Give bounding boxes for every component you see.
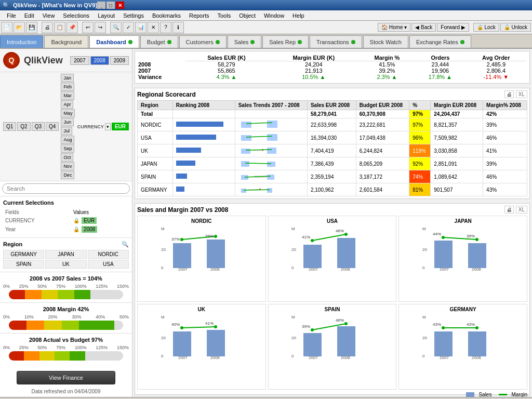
menu-tools[interactable]: Tools xyxy=(213,11,235,20)
toolbar-save[interactable]: 💾 xyxy=(26,22,37,33)
toolbar-copy[interactable]: 📋 xyxy=(54,22,65,33)
tab-transactions[interactable]: Transactions xyxy=(310,35,362,48)
region-uk[interactable]: UK xyxy=(45,260,86,269)
svg-text:2007: 2007 xyxy=(440,355,449,360)
svg-text:2007: 2007 xyxy=(178,355,188,360)
scorecard-header: Regional Scorecard 🖨 XL xyxy=(137,90,527,98)
kpi-orders-variance: 17.8% ▲ xyxy=(415,74,466,80)
region-search-icon[interactable]: 🔍 xyxy=(122,241,129,248)
toolbar-paste[interactable]: 📌 xyxy=(66,22,78,33)
svg-text:2008: 2008 xyxy=(341,267,350,272)
tab-salesrep[interactable]: Sales Rep xyxy=(262,35,309,48)
sc-uk-ranking xyxy=(172,144,235,157)
svg-text:20: 20 xyxy=(161,336,166,340)
menu-object[interactable]: Object xyxy=(235,11,260,20)
quarter-q4-button[interactable]: Q4 xyxy=(46,122,59,131)
sc-japan-marginpct: 39% xyxy=(483,157,527,170)
year-2008-button[interactable]: 2008 xyxy=(90,56,109,65)
menu-bookmarks[interactable]: Bookmarks xyxy=(148,11,185,20)
search-input[interactable] xyxy=(2,183,130,194)
month-feb-button[interactable]: Feb xyxy=(61,83,74,91)
month-aug-button[interactable]: Aug xyxy=(61,136,74,144)
svg-text:0: 0 xyxy=(422,265,425,270)
minimize-button[interactable]: _ xyxy=(97,2,105,9)
menu-file[interactable]: File xyxy=(3,11,20,20)
tab-background[interactable]: Background xyxy=(44,35,88,48)
svg-text:20: 20 xyxy=(161,247,166,252)
year-2009-button[interactable]: 2009 xyxy=(110,56,129,65)
month-nov-button[interactable]: Nov xyxy=(61,162,74,170)
svg-text:2008: 2008 xyxy=(472,355,481,360)
title-bar: 🔍 QlikView - [What's New in QV9] _ □ ✕ xyxy=(0,0,532,10)
cs-row-year: Year 🔒 2008 xyxy=(4,225,128,233)
menu-help[interactable]: Help xyxy=(288,11,309,20)
toolbar-lock-button[interactable]: 🔒 Lock xyxy=(473,23,499,32)
tab-sales[interactable]: Sales xyxy=(228,35,262,48)
region-nordic[interactable]: NORDIC xyxy=(88,250,129,259)
toolbar-unlock-button[interactable]: 🔓 Unlock xyxy=(500,23,531,32)
toolbar-undo[interactable]: ↩ xyxy=(82,22,94,33)
toolbar-info[interactable]: ℹ xyxy=(172,22,184,33)
maximize-button[interactable]: □ xyxy=(107,2,115,9)
chart-nordic-svg: M 20 0 37% 39% 2007 2008 xyxy=(160,225,243,272)
toolbar-select[interactable]: ✓ xyxy=(123,22,134,33)
month-dec-button[interactable]: Dec xyxy=(61,171,74,179)
menu-layout[interactable]: Layout xyxy=(94,11,119,20)
sc-header-trends: Sales Trends 2007 - 2008 xyxy=(235,101,307,110)
menu-reports[interactable]: Reports xyxy=(185,11,214,20)
tab-budget[interactable]: Budget xyxy=(140,35,178,48)
svg-point-35 xyxy=(214,235,217,238)
toolbar-forward-button[interactable]: Forward ▶ xyxy=(437,23,469,32)
menu-settings[interactable]: Settings xyxy=(119,11,148,20)
toolbar-help[interactable]: ? xyxy=(160,22,171,33)
kpi-sales-variance: 4.3% ▲ xyxy=(185,74,268,80)
menu-selections[interactable]: Selections xyxy=(59,11,94,20)
month-may-button[interactable]: May xyxy=(61,109,75,117)
svg-rect-68 xyxy=(207,330,225,356)
charts-print-icon[interactable]: 🖨 xyxy=(504,206,514,214)
quarter-q2-button[interactable]: Q2 xyxy=(17,122,30,131)
toolbar-search[interactable]: 🔍 xyxy=(110,22,122,33)
currency-dropdown[interactable]: ▾ xyxy=(105,123,111,130)
charts-xl-button[interactable]: XL xyxy=(516,206,527,214)
toolbar-clear[interactable]: ✕ xyxy=(148,22,159,33)
month-apr-button[interactable]: Apr xyxy=(61,100,73,109)
tab-introduction[interactable]: Introduction xyxy=(0,35,43,48)
tab-exchangerates[interactable]: Exchange Rates xyxy=(409,35,471,48)
month-jan-button[interactable]: Jan xyxy=(61,74,74,82)
menu-view[interactable]: View xyxy=(38,11,59,20)
quarter-q1-button[interactable]: Q1 xyxy=(3,122,16,131)
legend-sales-icon xyxy=(466,392,474,397)
toolbar-chart[interactable]: 📊 xyxy=(135,22,147,33)
month-sep-button[interactable]: Sep xyxy=(61,144,74,153)
toolbar-redo[interactable]: ↪ xyxy=(95,22,106,33)
scorecard-print-icon[interactable]: 🖨 xyxy=(504,90,514,98)
region-japan[interactable]: JAPAN xyxy=(45,250,86,259)
menu-edit[interactable]: Edit xyxy=(20,11,38,20)
month-oct-button[interactable]: Oct xyxy=(61,153,73,162)
month-jun-button[interactable]: Jun xyxy=(61,118,74,126)
view-finance-button[interactable]: View Finance xyxy=(17,371,115,384)
toolbar-open[interactable]: 📂 xyxy=(14,22,25,33)
tab-stockwatch[interactable]: Stock Watch xyxy=(363,35,408,48)
region-germany[interactable]: GERMANY xyxy=(3,250,44,259)
kpi-marginpct-2007: 39.2% xyxy=(360,68,415,74)
quarter-q3-button[interactable]: Q3 xyxy=(32,122,45,131)
month-jul-button[interactable]: Jul xyxy=(61,127,72,135)
qlikview-logo: Q xyxy=(3,52,20,69)
region-spain[interactable]: SPAIN xyxy=(3,260,44,269)
sc-germany-region: GERMANY xyxy=(138,183,173,196)
month-mar-button[interactable]: Mar xyxy=(61,91,74,100)
toolbar-back-button[interactable]: ◀ Back xyxy=(411,23,436,32)
menu-window[interactable]: Window xyxy=(260,11,288,20)
toolbar-print[interactable]: 🖨 xyxy=(42,22,53,33)
tab-dashboard[interactable]: Dashboard xyxy=(89,35,139,48)
scorecard-xl-button[interactable]: XL xyxy=(516,90,527,98)
year-2007-button[interactable]: 2007 xyxy=(70,56,89,65)
close-button[interactable]: ✕ xyxy=(116,2,124,9)
toolbar-new[interactable]: 📄 xyxy=(1,22,12,33)
tab-customers[interactable]: Customers xyxy=(179,35,227,48)
region-usa[interactable]: USA xyxy=(88,260,129,269)
toolbar-home-button[interactable]: 🏠 Home ▾ xyxy=(378,23,410,32)
sc-germany-ranking xyxy=(172,183,235,196)
